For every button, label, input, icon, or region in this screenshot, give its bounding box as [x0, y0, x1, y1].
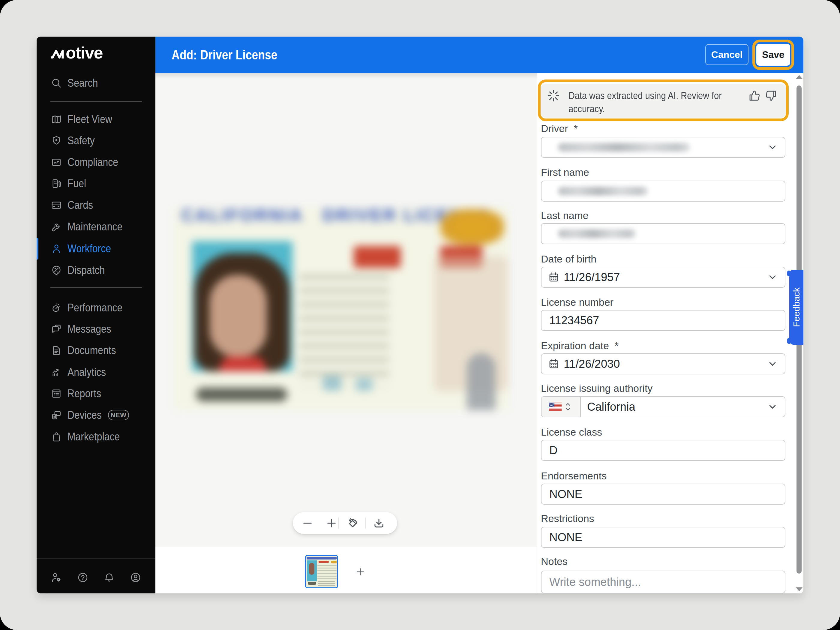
- svg-text:otive: otive: [66, 46, 103, 62]
